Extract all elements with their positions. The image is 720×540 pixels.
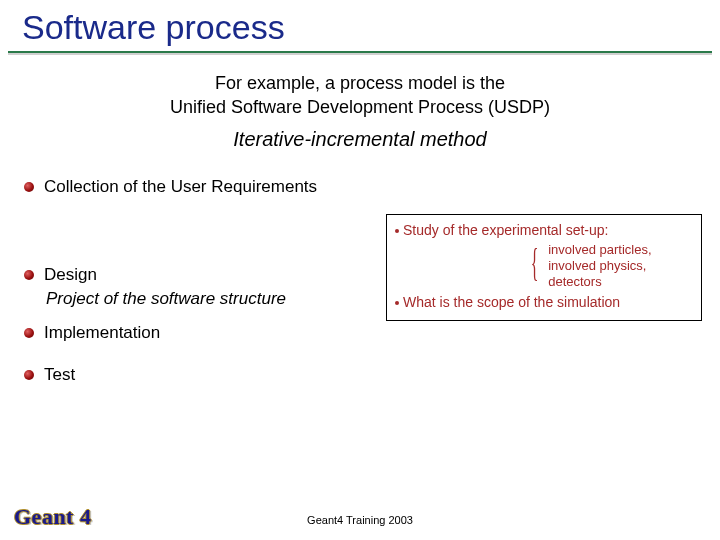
list-item: Implementation bbox=[24, 323, 720, 343]
intro-line-2: Unified Software Development Process (US… bbox=[170, 97, 550, 117]
footer-logo: Geant 4 bbox=[14, 504, 91, 530]
bullet-icon bbox=[24, 328, 34, 338]
callout-box: Study of the experimental set-up: { invo… bbox=[386, 214, 702, 321]
bullet-text: Test bbox=[44, 365, 75, 385]
bullet-icon bbox=[24, 182, 34, 192]
box-line: What is the scope of the simulation bbox=[395, 293, 693, 312]
subtitle: Iterative-incremental method bbox=[0, 128, 720, 151]
footer-text: Geant4 Training 2003 bbox=[307, 514, 413, 526]
bullet-icon bbox=[24, 370, 34, 380]
title-rule bbox=[8, 51, 712, 53]
intro-line-1: For example, a process model is the bbox=[215, 73, 505, 93]
page-title: Software process bbox=[0, 0, 720, 51]
box-sub-item: detectors bbox=[548, 274, 651, 290]
bullet-dot-icon bbox=[395, 301, 399, 305]
bullet-text: Collection of the User Requirements bbox=[44, 177, 317, 197]
box-sub-list: involved particles, involved physics, de… bbox=[548, 242, 651, 291]
list-item: Test bbox=[24, 365, 720, 385]
brace-icon: { bbox=[531, 242, 539, 291]
bullet-dot-icon bbox=[395, 229, 399, 233]
list-item: Collection of the User Requirements bbox=[24, 177, 720, 197]
box-line-text: What is the scope of the simulation bbox=[403, 294, 620, 310]
bullet-text: Design bbox=[44, 265, 97, 285]
bullet-icon bbox=[24, 270, 34, 280]
box-sub-item: involved physics, bbox=[548, 258, 651, 274]
intro-text: For example, a process model is the Unif… bbox=[54, 71, 666, 120]
box-sub-item: involved particles, bbox=[548, 242, 651, 258]
box-line-text: Study of the experimental set-up: bbox=[403, 222, 608, 238]
box-line: Study of the experimental set-up: bbox=[395, 221, 693, 240]
bullet-text: Implementation bbox=[44, 323, 160, 343]
box-sub-wrap: { involved particles, involved physics, … bbox=[395, 242, 693, 291]
